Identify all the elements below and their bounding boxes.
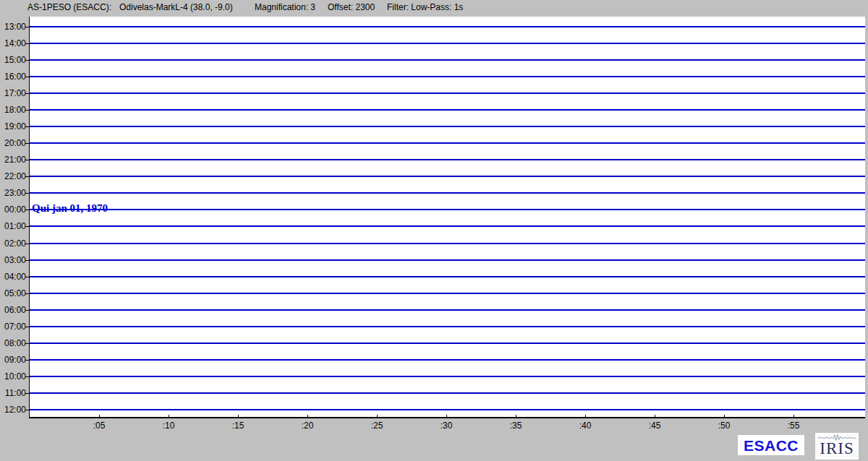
minute-tick (446, 415, 447, 418)
hour-label: 13:00 (0, 22, 26, 32)
minute-tick (238, 415, 239, 418)
trace-line (30, 192, 865, 194)
hour-label: 02:00 (0, 238, 26, 249)
trace-line (30, 392, 865, 394)
minute-tick (169, 415, 169, 418)
hour-label: 23:00 (0, 188, 26, 198)
hour-label: 06:00 (0, 305, 26, 315)
minute-tick (516, 415, 516, 418)
minute-label: :35 (501, 421, 530, 431)
trace-line (30, 109, 865, 111)
date-annotation: Qui jan 01, 1970 (32, 202, 108, 215)
hour-label: 19:00 (0, 121, 26, 132)
minute-label: :40 (571, 421, 600, 431)
offset-label: Offset: 2300 (328, 2, 375, 12)
hour-label: 10:00 (0, 371, 26, 382)
station-label: AS-1PESO (ESACC): (27, 2, 111, 12)
minute-label: :50 (710, 421, 739, 431)
esacc-logo-text: ESACC (744, 438, 799, 453)
hour-label: 04:00 (0, 272, 26, 282)
minute-tick (655, 415, 655, 418)
trace-line (30, 326, 865, 327)
trace-line (30, 59, 865, 61)
hour-label: 17:00 (0, 88, 26, 98)
trace-line (30, 293, 865, 294)
minute-tick (307, 415, 308, 418)
esacc-logo: ESACC (738, 435, 804, 455)
minute-label: :30 (432, 421, 461, 431)
hour-label: 12:00 (0, 405, 26, 415)
trace-line (30, 259, 865, 261)
trace-line (30, 276, 865, 277)
trace-line (30, 309, 865, 311)
hour-label: 08:00 (0, 338, 26, 348)
hour-label: 20:00 (0, 138, 26, 148)
iris-logo: IRIS (815, 433, 859, 460)
trace-line (30, 92, 865, 94)
hour-label: 07:00 (0, 322, 26, 332)
trace-line (30, 26, 865, 27)
filter-label: Filter: Low-Pass: 1s (387, 2, 463, 12)
sensor-label: Odivelas-MarkL-4 (38.0, -9.0) (119, 2, 233, 12)
minute-tick (585, 415, 586, 418)
minute-tick (793, 415, 794, 418)
hour-label: 14:00 (0, 38, 26, 48)
minute-label: :15 (224, 421, 252, 431)
minute-tick (377, 415, 378, 418)
trace-line (30, 225, 865, 227)
iris-logo-text: IRIS (815, 441, 859, 457)
minute-tick (724, 415, 725, 418)
hour-label: 15:00 (0, 55, 26, 65)
trace-line (30, 342, 865, 344)
hour-label: 05:00 (0, 288, 26, 298)
hour-label: 00:00 (0, 204, 26, 215)
trace-line (30, 243, 865, 244)
minute-label: :05 (85, 421, 114, 431)
trace-line (30, 43, 865, 44)
trace-line (30, 359, 865, 361)
minute-label: :10 (154, 421, 183, 431)
magnification-label: Magnification: 3 (255, 2, 315, 12)
helicorder-window: AS-1PESO (ESACC): Odivelas-MarkL-4 (38.0… (0, 0, 868, 461)
minute-label: :20 (293, 421, 322, 431)
trace-line (30, 409, 865, 410)
trace-line (30, 159, 865, 160)
hour-label: 21:00 (0, 155, 26, 165)
trace-line (30, 209, 865, 210)
hour-label: 03:00 (0, 255, 26, 265)
hour-label: 01:00 (0, 221, 26, 231)
minute-tick (99, 415, 100, 418)
hour-label: 22:00 (0, 171, 26, 181)
trace-line (30, 142, 865, 144)
hour-label: 11:00 (0, 388, 26, 398)
trace-line (30, 76, 865, 77)
trace-line (30, 126, 865, 127)
minute-label: :25 (362, 421, 391, 431)
trace-line (30, 176, 865, 177)
hour-label: 16:00 (0, 72, 26, 82)
hour-label: 09:00 (0, 355, 26, 365)
hour-label: 18:00 (0, 105, 26, 115)
trace-line (30, 376, 865, 377)
minute-label: :45 (640, 421, 669, 431)
minute-label: :55 (779, 421, 808, 431)
